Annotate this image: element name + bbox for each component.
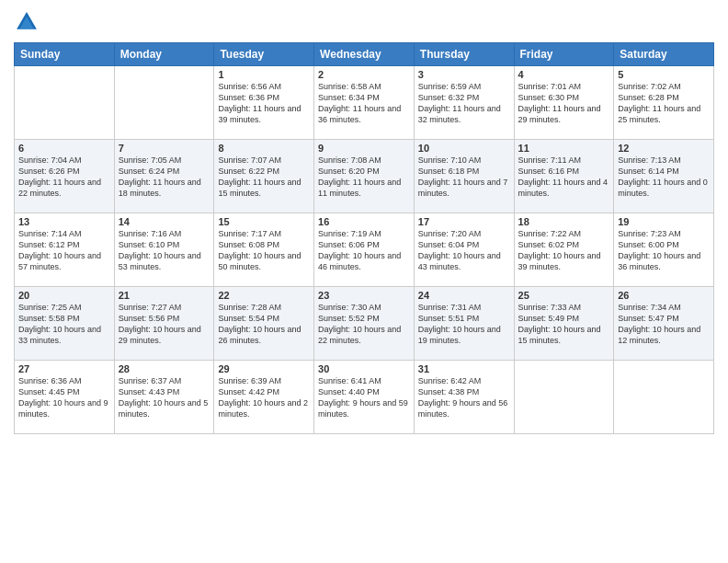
day-info: Sunrise: 7:28 AM Sunset: 5:54 PM Dayligh… <box>218 302 310 347</box>
day-info: Sunrise: 6:59 AM Sunset: 6:32 PM Dayligh… <box>418 81 510 126</box>
col-monday: Monday <box>114 43 214 66</box>
page-header <box>14 9 714 35</box>
day-number: 8 <box>218 143 310 154</box>
day-info: Sunrise: 7:05 AM Sunset: 6:24 PM Dayligh… <box>119 155 210 200</box>
calendar-table: Sunday Monday Tuesday Wednesday Thursday… <box>14 42 714 434</box>
table-row: 23Sunrise: 7:30 AM Sunset: 5:52 PM Dayli… <box>314 287 415 361</box>
day-info: Sunrise: 6:41 AM Sunset: 4:40 PM Dayligh… <box>318 375 410 420</box>
day-number: 1 <box>218 69 310 80</box>
day-info: Sunrise: 7:04 AM Sunset: 6:26 PM Dayligh… <box>18 155 110 200</box>
day-info: Sunrise: 7:31 AM Sunset: 5:51 PM Dayligh… <box>418 302 510 347</box>
table-row: 10Sunrise: 7:10 AM Sunset: 6:18 PM Dayli… <box>414 140 514 213</box>
table-row: 12Sunrise: 7:13 AM Sunset: 6:14 PM Dayli… <box>614 140 714 213</box>
col-tuesday: Tuesday <box>214 43 314 66</box>
day-info: Sunrise: 6:58 AM Sunset: 6:34 PM Dayligh… <box>318 81 410 126</box>
table-row <box>114 66 214 140</box>
table-row <box>15 66 115 140</box>
table-row: 5Sunrise: 7:02 AM Sunset: 6:28 PM Daylig… <box>614 66 714 140</box>
day-number: 16 <box>318 216 410 227</box>
day-info: Sunrise: 7:14 AM Sunset: 6:12 PM Dayligh… <box>18 228 110 273</box>
day-info: Sunrise: 7:11 AM Sunset: 6:16 PM Dayligh… <box>518 155 610 200</box>
table-row: 19Sunrise: 7:23 AM Sunset: 6:00 PM Dayli… <box>614 213 714 287</box>
day-number: 25 <box>518 290 610 301</box>
day-number: 31 <box>418 363 510 374</box>
day-number: 30 <box>318 363 410 374</box>
day-number: 3 <box>418 69 510 80</box>
table-row: 15Sunrise: 7:17 AM Sunset: 6:08 PM Dayli… <box>214 213 314 287</box>
day-number: 6 <box>18 143 110 154</box>
day-info: Sunrise: 7:30 AM Sunset: 5:52 PM Dayligh… <box>318 302 410 347</box>
table-row: 9Sunrise: 7:08 AM Sunset: 6:20 PM Daylig… <box>314 140 415 213</box>
day-number: 28 <box>119 363 210 374</box>
day-number: 20 <box>18 290 110 301</box>
day-number: 13 <box>18 216 110 227</box>
day-info: Sunrise: 7:19 AM Sunset: 6:06 PM Dayligh… <box>318 228 410 273</box>
day-info: Sunrise: 6:36 AM Sunset: 4:45 PM Dayligh… <box>18 375 110 420</box>
day-info: Sunrise: 7:01 AM Sunset: 6:30 PM Dayligh… <box>518 81 610 126</box>
day-info: Sunrise: 7:13 AM Sunset: 6:14 PM Dayligh… <box>618 155 710 200</box>
table-row: 2Sunrise: 6:58 AM Sunset: 6:34 PM Daylig… <box>314 66 415 140</box>
day-number: 5 <box>618 69 710 80</box>
logo <box>14 9 43 35</box>
day-number: 2 <box>318 69 410 80</box>
day-number: 17 <box>418 216 510 227</box>
day-info: Sunrise: 7:33 AM Sunset: 5:49 PM Dayligh… <box>518 302 610 347</box>
table-row: 21Sunrise: 7:27 AM Sunset: 5:56 PM Dayli… <box>114 287 214 361</box>
day-info: Sunrise: 6:37 AM Sunset: 4:43 PM Dayligh… <box>119 375 210 420</box>
table-row: 4Sunrise: 7:01 AM Sunset: 6:30 PM Daylig… <box>514 66 614 140</box>
table-row: 25Sunrise: 7:33 AM Sunset: 5:49 PM Dayli… <box>514 287 614 361</box>
col-sunday: Sunday <box>15 43 115 66</box>
day-number: 12 <box>618 143 710 154</box>
table-row: 6Sunrise: 7:04 AM Sunset: 6:26 PM Daylig… <box>15 140 115 213</box>
day-info: Sunrise: 7:25 AM Sunset: 5:58 PM Dayligh… <box>18 302 110 347</box>
day-number: 23 <box>318 290 410 301</box>
table-row: 31Sunrise: 6:42 AM Sunset: 4:38 PM Dayli… <box>414 361 514 434</box>
day-number: 19 <box>618 216 710 227</box>
col-wednesday: Wednesday <box>314 43 415 66</box>
table-row <box>514 361 614 434</box>
col-saturday: Saturday <box>614 43 714 66</box>
table-row: 22Sunrise: 7:28 AM Sunset: 5:54 PM Dayli… <box>214 287 314 361</box>
table-row: 27Sunrise: 6:36 AM Sunset: 4:45 PM Dayli… <box>15 361 115 434</box>
day-info: Sunrise: 7:10 AM Sunset: 6:18 PM Dayligh… <box>418 155 510 200</box>
calendar-header-row: Sunday Monday Tuesday Wednesday Thursday… <box>15 43 714 66</box>
table-row: 17Sunrise: 7:20 AM Sunset: 6:04 PM Dayli… <box>414 213 514 287</box>
day-number: 11 <box>518 143 610 154</box>
day-number: 22 <box>218 290 310 301</box>
table-row: 18Sunrise: 7:22 AM Sunset: 6:02 PM Dayli… <box>514 213 614 287</box>
day-number: 9 <box>318 143 410 154</box>
day-number: 21 <box>119 290 210 301</box>
calendar-week-row: 1Sunrise: 6:56 AM Sunset: 6:36 PM Daylig… <box>15 66 714 140</box>
calendar-week-row: 20Sunrise: 7:25 AM Sunset: 5:58 PM Dayli… <box>15 287 714 361</box>
day-number: 29 <box>218 363 310 374</box>
day-info: Sunrise: 7:16 AM Sunset: 6:10 PM Dayligh… <box>119 228 210 273</box>
table-row: 28Sunrise: 6:37 AM Sunset: 4:43 PM Dayli… <box>114 361 214 434</box>
day-number: 24 <box>418 290 510 301</box>
col-thursday: Thursday <box>414 43 514 66</box>
table-row: 7Sunrise: 7:05 AM Sunset: 6:24 PM Daylig… <box>114 140 214 213</box>
table-row: 14Sunrise: 7:16 AM Sunset: 6:10 PM Dayli… <box>114 213 214 287</box>
table-row: 8Sunrise: 7:07 AM Sunset: 6:22 PM Daylig… <box>214 140 314 213</box>
day-number: 26 <box>618 290 710 301</box>
day-number: 4 <box>518 69 610 80</box>
table-row: 26Sunrise: 7:34 AM Sunset: 5:47 PM Dayli… <box>614 287 714 361</box>
calendar-week-row: 13Sunrise: 7:14 AM Sunset: 6:12 PM Dayli… <box>15 213 714 287</box>
calendar-week-row: 27Sunrise: 6:36 AM Sunset: 4:45 PM Dayli… <box>15 361 714 434</box>
table-row: 11Sunrise: 7:11 AM Sunset: 6:16 PM Dayli… <box>514 140 614 213</box>
day-info: Sunrise: 7:02 AM Sunset: 6:28 PM Dayligh… <box>618 81 710 126</box>
day-info: Sunrise: 7:22 AM Sunset: 6:02 PM Dayligh… <box>518 228 610 273</box>
table-row: 30Sunrise: 6:41 AM Sunset: 4:40 PM Dayli… <box>314 361 415 434</box>
day-info: Sunrise: 7:20 AM Sunset: 6:04 PM Dayligh… <box>418 228 510 273</box>
col-friday: Friday <box>514 43 614 66</box>
day-number: 10 <box>418 143 510 154</box>
day-info: Sunrise: 7:07 AM Sunset: 6:22 PM Dayligh… <box>218 155 310 200</box>
table-row: 20Sunrise: 7:25 AM Sunset: 5:58 PM Dayli… <box>15 287 115 361</box>
day-info: Sunrise: 7:27 AM Sunset: 5:56 PM Dayligh… <box>119 302 210 347</box>
day-number: 15 <box>218 216 310 227</box>
table-row: 16Sunrise: 7:19 AM Sunset: 6:06 PM Dayli… <box>314 213 415 287</box>
table-row: 1Sunrise: 6:56 AM Sunset: 6:36 PM Daylig… <box>214 66 314 140</box>
table-row <box>614 361 714 434</box>
day-info: Sunrise: 6:39 AM Sunset: 4:42 PM Dayligh… <box>218 375 310 420</box>
day-number: 7 <box>119 143 210 154</box>
table-row: 24Sunrise: 7:31 AM Sunset: 5:51 PM Dayli… <box>414 287 514 361</box>
